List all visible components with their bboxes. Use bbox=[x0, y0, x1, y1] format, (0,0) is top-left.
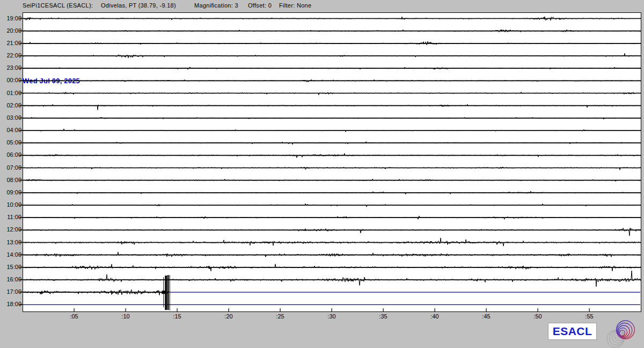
minute-label: :05 bbox=[67, 313, 81, 320]
minute-label: :35 bbox=[376, 313, 390, 320]
minute-label: :45 bbox=[479, 313, 493, 320]
hour-label: 09:00 bbox=[1, 189, 21, 196]
offset-label: Offset: 0 bbox=[248, 2, 272, 9]
hour-label: 16:00 bbox=[1, 276, 21, 283]
hour-label: 08:00 bbox=[1, 177, 21, 184]
hour-label: 05:00 bbox=[1, 139, 21, 146]
hour-label: 18:00 bbox=[1, 301, 21, 308]
date-annotation: Wed Jul 09, 2025 bbox=[23, 77, 80, 85]
station-location-label: Odivelas, PT (38.79, -9.18) bbox=[101, 2, 176, 9]
minute-label: :15 bbox=[170, 313, 184, 320]
minute-label: :30 bbox=[325, 313, 339, 320]
hour-label: 07:00 bbox=[1, 164, 21, 171]
hour-label: 12:00 bbox=[1, 226, 21, 233]
hour-label: 14:00 bbox=[1, 251, 21, 258]
filter-label: Filter: None bbox=[279, 2, 311, 9]
hour-label: 21:00 bbox=[1, 40, 21, 47]
hour-label: 19:00 bbox=[1, 15, 21, 22]
hour-label: 04:00 bbox=[1, 127, 21, 134]
minute-label: :10 bbox=[119, 313, 133, 320]
hour-label: 06:00 bbox=[1, 151, 21, 158]
hour-label: 01:00 bbox=[1, 90, 21, 97]
minute-label: :50 bbox=[531, 313, 545, 320]
magnification-label: Magnification: 3 bbox=[194, 2, 238, 9]
station-id-label: SeiPi1CESACL (ESACL): bbox=[23, 2, 93, 9]
hour-label: 13:00 bbox=[1, 239, 21, 246]
hour-label: 15:00 bbox=[1, 264, 21, 271]
minute-label: :40 bbox=[428, 313, 442, 320]
esacl-spiral-logo-icon bbox=[605, 318, 638, 348]
hour-label: 00:00 bbox=[1, 77, 21, 84]
hour-label: 20:00 bbox=[1, 27, 21, 34]
minute-label: :20 bbox=[222, 313, 236, 320]
hour-label: 11:00 bbox=[1, 214, 21, 221]
hour-label: 10:00 bbox=[1, 201, 21, 208]
hour-label: 22:00 bbox=[1, 52, 21, 59]
hour-label: 02:00 bbox=[1, 102, 21, 109]
esacl-badge: ESACL bbox=[548, 323, 597, 340]
minute-label: :25 bbox=[273, 313, 287, 320]
hour-label: 17:00 bbox=[1, 288, 21, 295]
plot-area bbox=[23, 12, 641, 312]
helicorder-window: SeiPi1CESACL (ESACL): Odivelas, PT (38.7… bbox=[0, 0, 644, 348]
hour-label: 03:00 bbox=[1, 114, 21, 121]
hour-label: 23:00 bbox=[1, 64, 21, 71]
minute-label: :55 bbox=[582, 313, 596, 320]
